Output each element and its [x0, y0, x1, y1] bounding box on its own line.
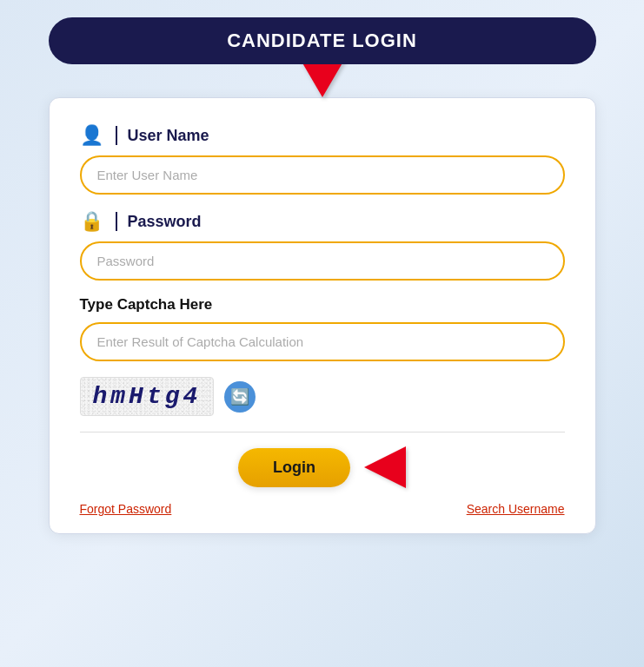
username-label: User Name — [128, 127, 209, 145]
search-username-link[interactable]: Search Username — [467, 502, 565, 516]
user-icon: 👤 — [80, 124, 103, 147]
login-button[interactable]: Login — [238, 448, 350, 487]
username-label-row: 👤 User Name — [80, 124, 565, 147]
divider — [80, 432, 565, 433]
lock-icon: 🔒 — [80, 210, 103, 233]
bottom-links: Forgot Password Search Username — [80, 502, 565, 516]
password-divider — [116, 212, 117, 231]
header-banner: CANDIDATE LOGIN — [49, 17, 596, 64]
login-card: 👤 User Name 🔒 Password Type Captcha Here… — [49, 97, 596, 534]
username-divider — [116, 126, 117, 145]
password-label-row: 🔒 Password — [80, 210, 565, 233]
arrow-down-wrapper — [298, 61, 347, 97]
captcha-image: hmHtg4 — [80, 377, 215, 416]
arrow-left-icon — [364, 446, 406, 488]
username-input[interactable] — [80, 155, 565, 195]
captcha-refresh-button[interactable]: 🔄 — [224, 381, 256, 413]
password-label: Password — [128, 213, 202, 231]
forgot-password-link[interactable]: Forgot Password — [80, 502, 172, 516]
captcha-input[interactable] — [80, 322, 565, 361]
header-title: CANDIDATE LOGIN — [227, 30, 417, 51]
captcha-image-row: hmHtg4 🔄 — [80, 377, 565, 416]
login-row: Login — [80, 446, 565, 488]
page-wrapper: CANDIDATE LOGIN 👤 User Name 🔒 Password T… — [18, 17, 627, 534]
password-input[interactable] — [80, 241, 565, 281]
captcha-label: Type Captcha Here — [80, 296, 565, 314]
refresh-icon: 🔄 — [230, 387, 249, 406]
